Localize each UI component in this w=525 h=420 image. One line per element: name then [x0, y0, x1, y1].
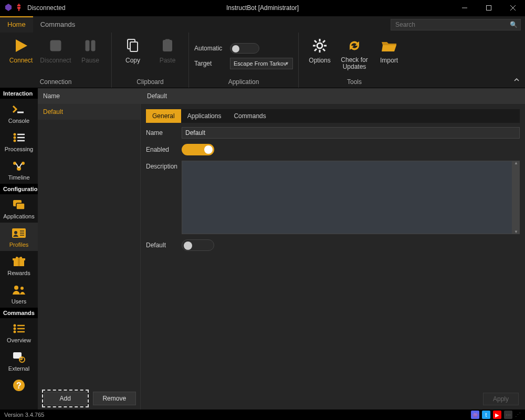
- sidebar-item-applications[interactable]: Applications: [0, 194, 38, 223]
- tab-commands[interactable]: Commands: [227, 109, 272, 123]
- list-gear-icon: [12, 131, 26, 144]
- help-icon: ?: [13, 379, 25, 392]
- sidebar-section-commands: Commands: [0, 308, 38, 318]
- ribbon-collapse-button[interactable]: [513, 77, 520, 85]
- tab-applications[interactable]: Applications: [181, 109, 228, 123]
- youtube-icon[interactable]: ▶: [493, 411, 501, 419]
- external-icon: [12, 350, 26, 364]
- svg-point-44: [14, 324, 16, 327]
- discord-icon[interactable]: 👾: [471, 411, 479, 419]
- sidebar-item-help[interactable]: ?: [0, 375, 38, 395]
- svg-marker-0: [5, 4, 12, 11]
- add-button[interactable]: Add: [44, 392, 87, 405]
- enabled-label: Enabled: [146, 144, 176, 153]
- list-item[interactable]: Default: [38, 104, 140, 120]
- resize-grip-icon[interactable]: ⋰: [515, 412, 521, 418]
- svg-rect-7: [86, 40, 89, 51]
- tab-general[interactable]: General: [146, 109, 181, 123]
- sidebar-item-processing[interactable]: Processing: [0, 127, 38, 155]
- close-button[interactable]: [501, 0, 525, 16]
- svg-line-20: [323, 40, 325, 43]
- scrollbar[interactable]: ▲▼: [512, 161, 520, 234]
- description-label: Description: [146, 161, 176, 170]
- svg-point-48: [14, 331, 16, 333]
- target-label: Target: [194, 60, 225, 67]
- sidebar-item-overview[interactable]: Overview: [0, 318, 38, 346]
- ribbon-group-tools: Options Check for Updates Import Tools: [299, 33, 410, 88]
- console-icon: [12, 102, 26, 116]
- sidebar-item-rewards[interactable]: Rewards: [0, 251, 38, 279]
- svg-point-29: [13, 162, 16, 165]
- import-button[interactable]: Import: [373, 37, 405, 64]
- copy-icon: [125, 37, 140, 55]
- svg-line-19: [323, 49, 325, 51]
- ribbon-group-label: Tools: [304, 76, 405, 88]
- profiles-list: Name Default Add Remove: [38, 88, 141, 410]
- detail-pane: Default General Applications Commands Na…: [141, 88, 525, 410]
- gift-icon: [12, 255, 26, 268]
- refresh-icon: [346, 37, 362, 55]
- disconnect-button: Disconnect: [40, 37, 71, 64]
- target-select[interactable]: Escape From Tarkov ▼: [230, 58, 293, 69]
- apply-button[interactable]: Apply: [483, 393, 519, 405]
- misc-icon[interactable]: ⋯: [504, 411, 512, 419]
- svg-point-42: [14, 286, 18, 290]
- version-text: Version 3.4.765: [4, 412, 44, 418]
- menu-commands[interactable]: Commands: [33, 16, 82, 33]
- svg-point-27: [14, 140, 16, 142]
- overview-icon: [12, 322, 26, 335]
- twitter-icon[interactable]: t: [482, 411, 490, 419]
- sidebar-item-external[interactable]: External: [0, 346, 38, 375]
- enabled-toggle[interactable]: [182, 144, 214, 155]
- svg-point-13: [317, 43, 322, 48]
- default-label: Default: [146, 239, 176, 249]
- svg-rect-12: [165, 39, 170, 42]
- users-icon: [12, 283, 26, 297]
- chevron-down-icon: ▼: [285, 61, 289, 66]
- svg-line-21: [314, 49, 317, 51]
- remove-button[interactable]: Remove: [93, 392, 136, 405]
- ribbon-group-clipboard: Copy Paste Clipboard: [112, 33, 189, 88]
- copy-button[interactable]: Copy: [117, 37, 149, 64]
- options-button[interactable]: Options: [304, 37, 335, 64]
- plug-icon: [15, 3, 23, 13]
- menu-home[interactable]: Home: [0, 16, 33, 33]
- ribbon-group-connection: Connect Disconnect Pause Connection: [0, 33, 112, 88]
- name-input[interactable]: [182, 127, 520, 139]
- svg-rect-6: [50, 40, 61, 51]
- svg-point-46: [14, 328, 16, 330]
- sidebar-section-interaction: Interaction: [0, 88, 38, 99]
- statusbar: Version 3.4.765 👾 t ▶ ⋯ ⋰: [0, 410, 525, 420]
- highlight-box: Add: [42, 390, 89, 407]
- app-icon: [4, 3, 13, 13]
- svg-marker-5: [16, 39, 27, 52]
- automatic-toggle[interactable]: [230, 43, 259, 54]
- sidebar-item-profiles[interactable]: Profiles: [0, 223, 38, 251]
- detail-tabs: General Applications Commands: [146, 109, 520, 123]
- description-input[interactable]: [182, 161, 512, 234]
- svg-point-25: [14, 136, 16, 139]
- search-input[interactable]: [391, 19, 521, 30]
- main-area: Interaction Console Processing Timeline …: [0, 88, 525, 410]
- svg-point-35: [14, 231, 17, 234]
- list-header[interactable]: Name: [38, 88, 140, 104]
- svg-point-23: [14, 133, 16, 136]
- titlebar: Disconnected InstructBot [Administrator]: [0, 0, 525, 16]
- minimize-button[interactable]: [453, 0, 477, 16]
- search-icon: 🔍: [510, 21, 518, 28]
- sidebar-item-users[interactable]: Users: [0, 279, 38, 308]
- windows-icon: [12, 198, 26, 212]
- gear-icon: [312, 37, 328, 55]
- default-toggle[interactable]: [182, 239, 214, 251]
- ribbon-group-application: Automatic Target Escape From Tarkov ▼ Ap…: [189, 33, 299, 88]
- svg-rect-33: [16, 203, 25, 209]
- connect-button[interactable]: Connect: [5, 37, 37, 64]
- folder-open-icon: [381, 37, 397, 55]
- sidebar-item-timeline[interactable]: Timeline: [0, 155, 38, 184]
- stop-icon: [48, 37, 63, 55]
- sidebar-item-console[interactable]: Console: [0, 99, 38, 127]
- maximize-button[interactable]: [477, 0, 501, 16]
- pause-icon: [83, 37, 98, 55]
- check-updates-button[interactable]: Check for Updates: [339, 37, 370, 70]
- svg-point-43: [20, 287, 24, 290]
